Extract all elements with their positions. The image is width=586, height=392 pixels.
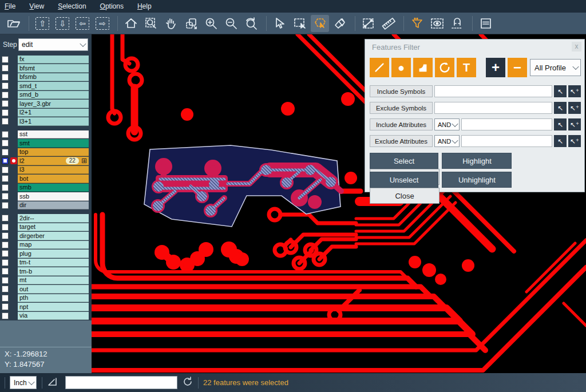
layer-checkbox[interactable] — [2, 268, 9, 275]
menu-options[interactable]: Options — [100, 2, 124, 10]
layers-form-icon[interactable] — [477, 15, 495, 32]
layer-name[interactable]: out — [18, 285, 89, 294]
pick-add-attribute-icon[interactable]: ↖⁺ — [568, 118, 581, 130]
layer-row[interactable]: bfsmb — [0, 73, 92, 82]
layer-row[interactable]: tm-t — [0, 258, 92, 267]
include-attributes-input[interactable] — [461, 118, 552, 130]
include-symbols-button[interactable]: Include Symbols — [370, 85, 433, 97]
polygon-select-icon[interactable] — [311, 15, 329, 32]
layer-name[interactable]: bfsmb — [18, 73, 89, 82]
layer-checkbox[interactable] — [2, 215, 9, 221]
measure-angle-icon[interactable] — [47, 376, 58, 390]
layer-row[interactable]: mt — [0, 276, 92, 285]
layer-checkbox[interactable] — [2, 92, 9, 98]
pan-left-icon[interactable]: ⇦ — [73, 15, 92, 32]
layer-row[interactable]: layer_3.gbr — [0, 100, 92, 109]
zoom-in-icon[interactable] — [202, 15, 220, 32]
layer-row[interactable]: tm-b — [0, 267, 92, 276]
unhighlight-button[interactable]: Unhighlight — [442, 172, 512, 188]
pick-add-symbol-icon[interactable]: ↖⁺ — [568, 102, 581, 114]
exclude-attributes-button[interactable]: Exclude Attributes — [370, 135, 433, 147]
measure-distance-icon[interactable] — [359, 15, 378, 32]
layer-checkbox[interactable] — [2, 74, 9, 81]
layer-table-icon[interactable]: ⊞ — [81, 157, 87, 164]
select-button[interactable]: Select — [370, 153, 438, 169]
pick-symbol-icon[interactable]: ↖ — [554, 102, 567, 114]
pan-hand-icon[interactable] — [162, 15, 180, 32]
menu-selection[interactable]: Selection — [58, 2, 86, 10]
select-cursor-icon[interactable] — [271, 15, 289, 32]
line-feature-button[interactable] — [370, 58, 389, 77]
add-filter-button[interactable]: + — [486, 58, 505, 77]
profile-dropdown[interactable]: All Profile — [530, 59, 581, 76]
layer-row[interactable]: smt — [0, 139, 92, 148]
layer-row[interactable]: via — [0, 311, 92, 320]
arc-feature-button[interactable] — [435, 58, 454, 77]
layer-name[interactable]: l2+1 — [18, 109, 89, 117]
layer-name[interactable]: l222⊞ — [18, 157, 89, 165]
layer-row[interactable]: ssb — [0, 192, 92, 201]
layer-row[interactable]: bot — [0, 175, 92, 184]
units-dropdown[interactable]: Inch — [10, 376, 37, 389]
layer-name[interactable]: l3 — [18, 166, 89, 175]
layer-name[interactable]: smb — [18, 184, 89, 192]
layer-name[interactable]: bot — [18, 175, 89, 183]
menu-file[interactable]: File — [5, 2, 15, 10]
layer-row[interactable]: npt — [0, 303, 92, 312]
layer-row[interactable]: dir — [0, 201, 92, 210]
layer-name[interactable]: layer_3.gbr — [18, 100, 89, 108]
open-folder-icon[interactable] — [5, 15, 23, 32]
pick-symbol-icon[interactable]: ↖ — [554, 85, 567, 97]
layer-name[interactable]: bfsmt — [18, 64, 89, 73]
zoom-window-icon[interactable] — [142, 15, 160, 32]
exclude-symbols-button[interactable]: Exclude Symbols — [370, 102, 433, 114]
layer-checkbox[interactable] — [2, 277, 9, 284]
exclude-attributes-input[interactable] — [461, 135, 552, 147]
layer-checkbox[interactable] — [2, 184, 9, 191]
layer-name[interactable]: sst — [18, 130, 89, 139]
surface-feature-button[interactable] — [413, 58, 433, 77]
layer-row[interactable]: l2+1 — [0, 108, 92, 117]
layer-checkbox[interactable] — [2, 167, 9, 173]
layer-name[interactable]: 2dir-- — [18, 214, 89, 223]
layer-row[interactable]: l3 — [0, 165, 92, 175]
layer-checkbox[interactable] — [2, 232, 9, 239]
ruler-icon[interactable] — [379, 15, 398, 32]
layer-row[interactable]: top — [0, 148, 92, 157]
rectangle-select-icon[interactable] — [291, 15, 309, 32]
layer-name[interactable]: smd_b — [18, 91, 89, 100]
layer-row[interactable]: target — [0, 223, 92, 232]
layer-row[interactable]: smd_t — [0, 82, 92, 91]
unselect-button[interactable]: Unselect — [370, 172, 438, 188]
layer-row[interactable]: smb — [0, 183, 92, 192]
layer-row[interactable]: out — [0, 285, 92, 294]
drag-view-icon[interactable] — [182, 15, 200, 32]
layer-row[interactable]: map — [0, 240, 92, 250]
highlight-button[interactable]: Highlight — [442, 153, 512, 169]
layer-checkbox[interactable] — [2, 100, 9, 107]
home-view-icon[interactable] — [122, 15, 140, 32]
layer-checkbox[interactable] — [2, 56, 9, 63]
layer-checkbox[interactable] — [2, 149, 9, 156]
layer-checkbox[interactable] — [2, 193, 9, 200]
layer-name[interactable]: npt — [18, 303, 89, 311]
layer-name[interactable]: ssb — [18, 192, 89, 201]
layer-checkbox[interactable] — [2, 286, 9, 292]
layer-checkbox[interactable] — [2, 82, 9, 89]
layer-name[interactable]: target — [18, 223, 89, 232]
layer-row[interactable]: smd_b — [0, 90, 92, 100]
layer-checkbox[interactable] — [2, 65, 9, 72]
layer-checkbox[interactable] — [2, 250, 9, 257]
pick-attribute-icon[interactable]: ↖ — [554, 135, 567, 147]
layer-checkbox[interactable] — [2, 224, 9, 231]
step-dropdown[interactable]: edit — [18, 38, 88, 51]
paint-select-icon[interactable] — [331, 15, 349, 32]
layer-name[interactable]: plug — [18, 250, 89, 258]
layer-name[interactable]: mt — [18, 276, 89, 285]
remove-filter-button[interactable]: − — [508, 58, 527, 77]
layer-name[interactable]: smd_t — [18, 82, 89, 90]
text-feature-button[interactable]: T — [457, 58, 476, 77]
layer-checkbox[interactable] — [2, 202, 9, 209]
dialog-close-icon[interactable]: x — [572, 42, 581, 52]
pick-add-symbol-icon[interactable]: ↖⁺ — [568, 85, 581, 97]
